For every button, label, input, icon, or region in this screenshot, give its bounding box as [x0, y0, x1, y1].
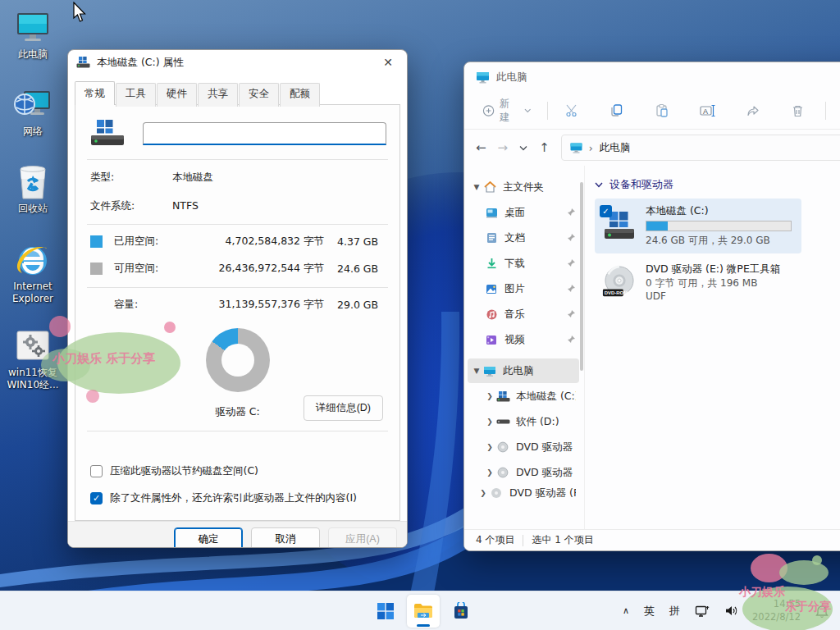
explorer-titlebar[interactable]: 此电脑: [464, 62, 840, 92]
chevron-collapsed-icon[interactable]: ❯: [484, 443, 495, 451]
chevron-expanded-icon[interactable]: ▼: [471, 183, 482, 191]
sidebar-item-drive-d[interactable]: ❯ 软件 (D:): [481, 409, 579, 434]
desktop-icon-recycle-bin[interactable]: 回收站: [2, 164, 64, 215]
recycle-bin-icon: [14, 164, 52, 200]
tab-security[interactable]: 安全: [239, 83, 279, 107]
sidebar-item-dvd-clipped[interactable]: ❯ DVD 驱动器 (F:): [474, 486, 579, 500]
sidebar-item-drive-c[interactable]: ❯ 本地磁盘 (C:): [481, 384, 579, 409]
delete-button[interactable]: [785, 99, 810, 122]
chevron-collapsed-icon[interactable]: ❯: [477, 489, 489, 497]
sidebar-item-label: DVD 驱动器 (F:): [516, 466, 576, 480]
network-icon[interactable]: [689, 601, 715, 621]
tab-sharing[interactable]: 共享: [198, 83, 238, 107]
compress-checkbox-row[interactable]: 压缩此驱动器以节约磁盘空间(C): [85, 458, 390, 485]
sidebar-item-pictures[interactable]: 图片: [481, 276, 579, 301]
ok-button[interactable]: 确定: [174, 527, 243, 548]
sort-button[interactable]: 排序: [836, 92, 840, 130]
windows-drive-icon: [90, 120, 126, 148]
taskbar-file-explorer-button[interactable]: [407, 595, 440, 628]
sidebar-item-videos[interactable]: 视频: [481, 327, 579, 352]
chevron-collapsed-icon[interactable]: ❯: [484, 418, 495, 426]
new-button[interactable]: 新建: [476, 92, 537, 130]
up-button[interactable]: ↑: [539, 140, 550, 155]
volume-icon[interactable]: [719, 601, 744, 620]
desktop-icon-network[interactable]: 网络: [2, 87, 64, 138]
sidebar-item-documents[interactable]: 文档: [481, 226, 579, 250]
cut-button[interactable]: [558, 98, 585, 122]
desktop-icon-win11-restore[interactable]: win11恢复 WIN10经...: [2, 328, 64, 391]
plus-circle-icon: [482, 104, 495, 117]
paste-button[interactable]: [648, 98, 675, 122]
drive-format: UDF: [646, 290, 795, 302]
section-header-label: 设备和驱动器: [609, 177, 673, 192]
sidebar-item-label: 图片: [504, 282, 567, 296]
separator: [87, 287, 388, 288]
capacity-row: 容量: 31,139,557,376 字节 29.0 GB: [85, 291, 390, 318]
cancel-button[interactable]: 取消: [251, 527, 320, 548]
sidebar-item-dvd-f[interactable]: ❯ DVD 驱动器 (F:): [481, 460, 579, 485]
capacity-bytes: 31,139,557,376 字节: [183, 298, 337, 312]
desktop-icon-internet-explorer[interactable]: Internet Explorer: [2, 242, 64, 305]
type-label: 类型:: [90, 171, 172, 185]
index-checkbox-row[interactable]: ✓ 除了文件属性外，还允许索引此驱动器上文件的内容(I): [85, 485, 390, 512]
disk-usage-chart: 驱动器 C: 详细信息(D): [85, 318, 390, 422]
copy-button[interactable]: [603, 98, 630, 122]
address-bar[interactable]: › 此电脑: [561, 135, 840, 161]
desktop-icon-this-pc[interactable]: 此电脑: [2, 10, 64, 61]
dialog-footer: 确定 取消 应用(A): [68, 521, 407, 548]
details-button[interactable]: 详细信息(D): [304, 395, 383, 421]
tab-quota[interactable]: 配额: [280, 83, 320, 107]
breadcrumb-root[interactable]: 此电脑: [600, 141, 631, 155]
explorer-statusbar: 4 个项目 选中 1 个项目: [464, 529, 840, 550]
sidebar-item-label: 音乐: [504, 308, 567, 322]
tab-tools[interactable]: 工具: [116, 83, 156, 107]
ime-pinyin-indicator[interactable]: 拼: [664, 600, 686, 622]
sidebar-item-this-pc[interactable]: ▼ 此电脑: [468, 358, 579, 383]
drive-name-input[interactable]: [143, 122, 386, 145]
sidebar-item-music[interactable]: 音乐: [481, 302, 579, 326]
sidebar-scrollbar[interactable]: [580, 182, 583, 371]
section-header-devices[interactable]: 设备和驱动器: [595, 177, 840, 192]
sidebar-item-label: 下载: [504, 257, 567, 271]
sidebar-item-dvd-e[interactable]: ❯ DVD 驱动器 (E:): [481, 435, 579, 459]
desktop-icon-label: 此电脑: [2, 48, 64, 61]
desktop-icon-label: 回收站: [2, 203, 64, 215]
filesystem-label: 文件系统:: [90, 199, 172, 213]
clock[interactable]: 14:55 2022/8/12: [747, 596, 806, 625]
clock-date: 2022/8/12: [752, 611, 801, 624]
sidebar-item-label: 软件 (D:): [516, 415, 576, 429]
drive-item-local-c[interactable]: ✓ 本地磁盘 (C:) 24.6 GB 可用，共 29.0 GB: [595, 199, 801, 253]
back-button[interactable]: ←: [476, 140, 486, 155]
rename-button[interactable]: A: [693, 99, 722, 122]
ime-language-mode[interactable]: 英: [638, 600, 660, 622]
desktop: 此电脑 网络 回收站 Internet Explorer win11恢复 WIN…: [0, 0, 840, 630]
free-space-swatch: [90, 262, 103, 275]
item-checkbox[interactable]: ✓: [600, 205, 612, 217]
tab-hardware[interactable]: 硬件: [157, 83, 197, 107]
recent-locations-chevron-icon[interactable]: [519, 145, 527, 151]
start-button[interactable]: [369, 595, 402, 628]
free-space-gb: 24.6 GB: [337, 262, 385, 275]
forward-button[interactable]: →: [498, 140, 509, 155]
share-button[interactable]: [740, 99, 767, 122]
pin-icon: [567, 283, 576, 295]
chevron-collapsed-icon[interactable]: ❯: [484, 392, 495, 400]
close-icon[interactable]: ✕: [377, 53, 399, 71]
tab-general[interactable]: 常规: [75, 81, 115, 105]
music-icon: [484, 309, 499, 320]
notification-bell-icon[interactable]: z: [809, 600, 835, 621]
chevron-expanded-icon: [595, 182, 603, 188]
tray-chevron-up[interactable]: ∧: [617, 602, 635, 619]
compress-checkbox[interactable]: [90, 465, 103, 477]
pin-icon: [567, 207, 576, 219]
taskbar-store-button[interactable]: [445, 595, 477, 628]
sidebar-item-downloads[interactable]: 下载: [481, 251, 579, 276]
chevron-collapsed-icon[interactable]: ❯: [484, 468, 495, 477]
chevron-expanded-icon[interactable]: ▼: [471, 367, 482, 375]
apply-button[interactable]: 应用(A): [328, 527, 397, 548]
sidebar-item-desktop[interactable]: 桌面: [481, 200, 579, 225]
dialog-titlebar[interactable]: 本地磁盘 (C:) 属性 ✕: [68, 50, 407, 75]
drive-item-dvd-e[interactable]: DVD-ROM DVD 驱动器 (E:) 微PE工具箱 0 字节 可用，共 19…: [595, 257, 801, 308]
index-checkbox[interactable]: ✓: [90, 492, 103, 504]
sidebar-item-home[interactable]: ▼ 主文件夹: [468, 175, 579, 199]
